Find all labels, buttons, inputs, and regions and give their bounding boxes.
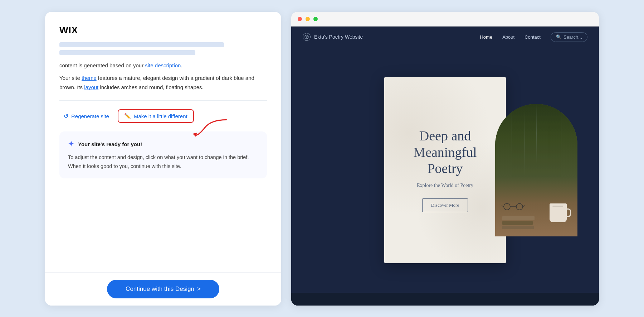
nav-contact[interactable]: Contact <box>525 34 541 40</box>
blurred-line-2 <box>59 50 195 55</box>
arch-image-inner <box>495 104 577 236</box>
hero-subtitle: Explore the World of Poetry <box>417 183 473 188</box>
browser-chrome <box>291 12 599 27</box>
make-different-button[interactable]: ✏️ Make it a little different <box>118 109 194 123</box>
wix-logo: WIX <box>59 25 267 36</box>
arch-image <box>495 104 577 236</box>
hero-area: Deep and Meaningful Poetry Explore the W… <box>291 48 599 293</box>
svg-point-3 <box>516 203 523 210</box>
ready-card: ✦ Your site's ready for you! To adjust t… <box>59 131 267 178</box>
right-panel: Ekta's Poetry Website Home About Contact… <box>291 12 599 306</box>
svg-line-6 <box>523 206 525 207</box>
ready-title: Your site's ready for you! <box>78 141 142 147</box>
browser-content: Ekta's Poetry Website Home About Contact… <box>291 27 599 306</box>
site-brand: Ekta's Poetry Website <box>303 33 363 41</box>
left-panel: WIX content is generated based on your s… <box>45 12 281 306</box>
pencil-icon: ✏️ <box>124 113 131 119</box>
nav-home[interactable]: Home <box>480 34 492 40</box>
site-description-link[interactable]: site description <box>145 62 181 68</box>
svg-line-5 <box>502 206 504 207</box>
nav-about[interactable]: About <box>502 34 514 40</box>
discover-button[interactable]: Discover More <box>422 198 468 212</box>
brand-name: Ekta's Poetry Website <box>314 34 363 40</box>
site-footer-bar <box>291 293 599 306</box>
ready-header: ✦ Your site's ready for you! <box>68 139 258 149</box>
browser-dot-close[interactable] <box>298 17 302 21</box>
blurred-line-1 <box>59 42 224 47</box>
layout-link[interactable]: layout <box>84 84 98 90</box>
svg-point-2 <box>504 203 510 210</box>
regenerate-icon: ↺ <box>64 113 68 120</box>
regenerate-button[interactable]: ↺ Regenerate site <box>59 110 113 123</box>
search-bar[interactable]: 🔍 Search... <box>551 32 587 42</box>
browser-dot-minimize[interactable] <box>306 17 310 21</box>
description-2: Your site theme features a mature, elega… <box>59 73 267 92</box>
site-nav: Ekta's Poetry Website Home About Contact… <box>291 27 599 48</box>
divider-1 <box>59 100 267 101</box>
brand-icon <box>303 33 311 41</box>
search-icon: 🔍 <box>556 34 561 39</box>
ready-body: To adjust the content and design, click … <box>68 153 258 170</box>
hero-title: Deep and Meaningful Poetry <box>395 128 495 177</box>
theme-link[interactable]: theme <box>82 75 97 81</box>
search-placeholder: Search... <box>564 34 582 40</box>
continue-button[interactable]: Continue with this Design > <box>107 280 219 298</box>
description-1: content is generated based on your site … <box>59 61 267 70</box>
browser-dot-maximize[interactable] <box>313 17 318 21</box>
nav-links: Home About Contact 🔍 Search... <box>480 32 587 42</box>
action-buttons: ↺ Regenerate site ✏️ Make it a little di… <box>59 109 267 123</box>
hero-card: Deep and Meaningful Poetry Explore the W… <box>384 77 506 263</box>
sparkle-icon: ✦ <box>68 139 74 149</box>
bottom-bar: Continue with this Design > <box>45 272 281 306</box>
